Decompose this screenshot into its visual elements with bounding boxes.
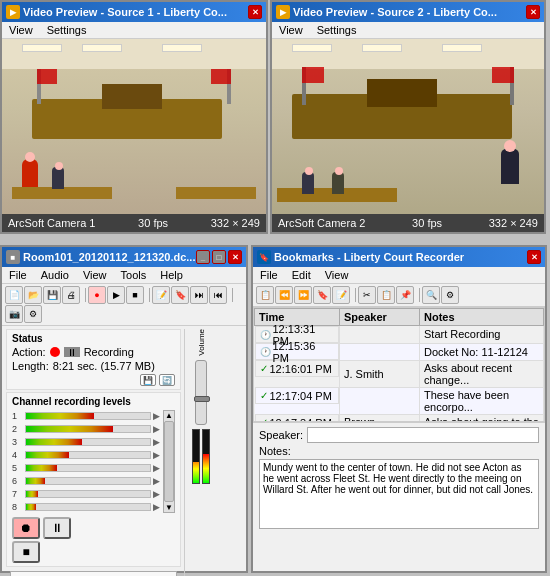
bm-tb-1[interactable]: 📋 — [256, 286, 274, 304]
menu-tools-rec[interactable]: Tools — [118, 268, 150, 282]
ch-arrow-4[interactable]: ▶ — [153, 450, 160, 460]
volume-slider[interactable] — [195, 360, 207, 425]
light-3 — [162, 44, 202, 52]
scroll-up[interactable]: ▲ — [165, 411, 173, 420]
fps-1: 30 fps — [138, 217, 168, 229]
menu-settings-2[interactable]: Settings — [314, 23, 360, 37]
cell-speaker — [340, 326, 420, 344]
bm-tb-2[interactable]: ⏪ — [275, 286, 293, 304]
tb-stop[interactable]: ■ — [126, 286, 144, 304]
ch-arrow-6[interactable]: ▶ — [153, 476, 160, 486]
resolution-1: 332 × 249 — [211, 217, 260, 229]
menu-file-bm[interactable]: File — [257, 268, 281, 282]
bm-sep1 — [352, 288, 356, 302]
ch-bar-row-2: ▶ — [25, 423, 160, 435]
bm-tb-5[interactable]: 📝 — [332, 286, 350, 304]
cell-speaker — [340, 387, 420, 414]
menu-edit-bm[interactable]: Edit — [289, 268, 314, 282]
bookmarks-window: 🔖 Bookmarks - Liberty Court Recorder ✕ F… — [251, 245, 547, 573]
bookmarks-title-bar: 🔖 Bookmarks - Liberty Court Recorder ✕ — [253, 247, 545, 267]
ch-bar-row-7: ▶ — [25, 488, 160, 500]
notes-textarea[interactable]: Mundy went to the center of town. He did… — [259, 459, 539, 529]
ch-arrow-2[interactable]: ▶ — [153, 424, 160, 434]
close-btn-rec[interactable]: ✕ — [228, 250, 242, 264]
sep3 — [229, 288, 233, 302]
table-row[interactable]: ✓12:16:01 PMJ. SmithAsks about recent ch… — [255, 360, 544, 387]
menu-view-2[interactable]: View — [276, 23, 306, 37]
tb-save[interactable]: 💾 — [43, 286, 61, 304]
tb-bk4[interactable]: ⏮ — [209, 286, 227, 304]
bookmark-table-area[interactable]: Time Speaker Notes 🕐12:13:31 PMStart Rec… — [253, 307, 545, 422]
ch-arrow-8[interactable]: ▶ — [153, 502, 160, 512]
title-2: Video Preview - Source 2 - Liberty Co... — [293, 6, 497, 18]
menu-view-bm[interactable]: View — [322, 268, 352, 282]
ch-bar-row-8: ▶ — [25, 501, 160, 513]
bm-tb-9[interactable]: 🔍 — [422, 286, 440, 304]
tb-bk2[interactable]: 🔖 — [171, 286, 189, 304]
close-btn-1[interactable]: ✕ — [248, 5, 262, 19]
menu-help-rec[interactable]: Help — [157, 268, 186, 282]
ch-arrow-5[interactable]: ▶ — [153, 463, 160, 473]
ch-label-6: 6 — [12, 475, 22, 487]
confidence-section: Confidence monitoring during recording ✓… — [10, 571, 177, 576]
minimize-btn[interactable]: _ — [196, 250, 210, 264]
menu-settings-1[interactable]: Settings — [44, 23, 90, 37]
pause-button[interactable]: ⏸ — [43, 517, 71, 539]
ch-arrow-1[interactable]: ▶ — [153, 411, 160, 421]
volume-thumb — [194, 396, 210, 402]
tb-bk1[interactable]: 📝 — [152, 286, 170, 304]
resolution-2: 332 × 249 — [489, 217, 538, 229]
tb-set[interactable]: ⚙ — [24, 305, 42, 323]
channel-scrollbar[interactable]: ▲ ▼ — [163, 410, 175, 513]
bookmarks-menu-bar: File Edit View — [253, 267, 545, 284]
recording-label: Recording — [84, 346, 134, 358]
bm-tb-10[interactable]: ⚙ — [441, 286, 459, 304]
title-bar-1: ▶ Video Preview - Source 1 - Liberty Co.… — [2, 2, 266, 22]
table-row[interactable]: ✓12:17:04 PMThese have been encorpo... — [255, 387, 544, 414]
table-row[interactable]: 🕐12:15:36 PMDocket No: 11-12124 — [255, 343, 544, 360]
speaker-input[interactable] — [307, 427, 539, 443]
cell-time: ✓12:16:01 PM — [255, 360, 340, 377]
bm-tb-6[interactable]: ✂ — [358, 286, 376, 304]
table-row[interactable]: ✓12:17:34 PMBrown, WarrenAsks about goin… — [255, 414, 544, 422]
cell-speaker: Brown, Warren — [340, 414, 420, 422]
ch-bar-row-4: ▶ — [25, 449, 160, 461]
close-btn-2[interactable]: ✕ — [526, 5, 540, 19]
ch-arrow-3[interactable]: ▶ — [153, 437, 160, 447]
menu-view-rec[interactable]: View — [80, 268, 110, 282]
record-button[interactable]: ⏺ — [12, 517, 40, 539]
tb-video[interactable]: 📷 — [5, 305, 23, 323]
video-preview-2 — [272, 39, 544, 214]
notes-label-row: Notes: — [259, 445, 539, 457]
cell-notes: Docket No: 11-12124 — [420, 343, 544, 360]
menu-view-1[interactable]: View — [6, 23, 36, 37]
scroll-down[interactable]: ▼ — [165, 503, 173, 512]
close-btn-bm[interactable]: ✕ — [527, 250, 541, 264]
menu-audio-rec[interactable]: Audio — [38, 268, 72, 282]
vu-meter-1 — [192, 429, 200, 484]
tb-new[interactable]: 📄 — [5, 286, 23, 304]
recording-title-bar: ■ Room101_20120112_121320.dc... _ □ ✕ — [2, 247, 246, 267]
tb-open[interactable]: 📂 — [24, 286, 42, 304]
tb-rec[interactable]: ● — [88, 286, 106, 304]
tb-play[interactable]: ▶ — [107, 286, 125, 304]
ch-arrow-7[interactable]: ▶ — [153, 489, 160, 499]
menu-bar-1: View Settings — [2, 22, 266, 39]
maximize-btn[interactable]: □ — [212, 250, 226, 264]
light-1 — [22, 44, 62, 52]
menu-file-rec[interactable]: File — [6, 268, 30, 282]
tb-bk3[interactable]: ⏭ — [190, 286, 208, 304]
ch-bar-row-3: ▶ — [25, 436, 160, 448]
disk-icon-2: 🔄 — [159, 374, 175, 386]
speaker-row: Speaker: — [259, 427, 539, 443]
fps-2: 30 fps — [412, 217, 442, 229]
vu-meters — [192, 429, 210, 484]
sep1 — [82, 288, 86, 302]
bm-tb-3[interactable]: ⏩ — [294, 286, 312, 304]
stop-button[interactable]: ■ — [12, 541, 40, 563]
bookmarks-icon: 🔖 — [257, 250, 271, 264]
tb-print[interactable]: 🖨 — [62, 286, 80, 304]
bm-tb-4[interactable]: 🔖 — [313, 286, 331, 304]
bm-tb-8[interactable]: 📌 — [396, 286, 414, 304]
bm-tb-7[interactable]: 📋 — [377, 286, 395, 304]
